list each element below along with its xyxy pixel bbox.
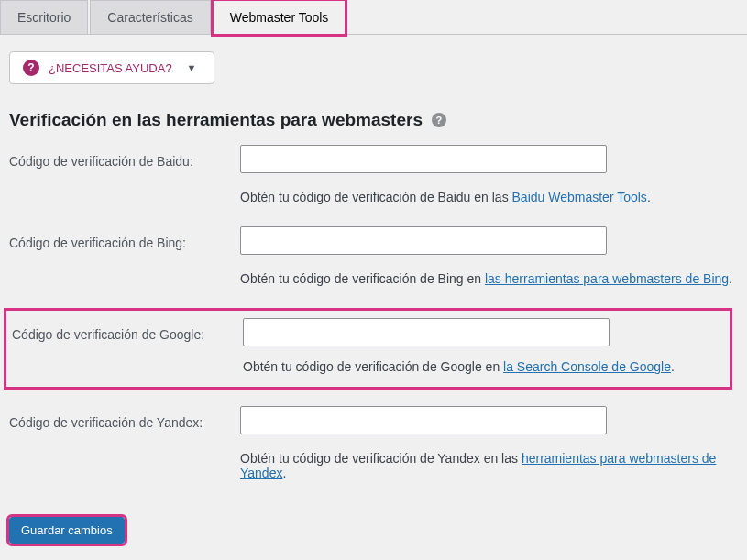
tab-escritorio[interactable]: Escritorio <box>0 0 88 34</box>
label-bing: Código de verificación de Bing: <box>9 226 240 250</box>
row-google: Código de verificación de Google: <box>6 318 730 346</box>
input-baidu[interactable] <box>240 145 607 173</box>
label-baidu: Código de verificación de Baidu: <box>9 145 240 169</box>
save-button[interactable]: Guardar cambios <box>9 517 125 544</box>
tab-bar: Escritorio Características Webmaster Too… <box>0 0 747 35</box>
tab-webmaster-tools[interactable]: Webmaster Tools <box>213 0 346 35</box>
link-bing[interactable]: las herramientas para webmasters de Bing <box>485 271 729 286</box>
row-baidu: Código de verificación de Baidu: <box>9 145 738 173</box>
tab-caracteristicas[interactable]: Características <box>90 0 210 34</box>
row-yandex: Código de verificación de Yandex: <box>9 406 738 434</box>
question-icon: ? <box>23 60 39 76</box>
label-google: Código de verificación de Google: <box>6 318 243 342</box>
hint-baidu: Obtén tu código de verificación de Baidu… <box>240 190 738 204</box>
hint-google: Obtén tu código de verificación de Googl… <box>243 359 730 374</box>
input-google[interactable] <box>243 318 610 346</box>
info-icon[interactable]: ? <box>432 113 446 127</box>
row-bing: Código de verificación de Bing: <box>9 226 738 255</box>
input-yandex[interactable] <box>240 406 607 434</box>
form-table: Código de verificación de Baidu: Obtén t… <box>9 145 738 480</box>
page-title-text: Verificación en las herramientas para we… <box>9 110 423 130</box>
input-bing[interactable] <box>240 226 607 255</box>
highlighted-google-section: Código de verificación de Google: Obtén … <box>4 308 732 390</box>
label-yandex: Código de verificación de Yandex: <box>9 406 240 430</box>
chevron-down-icon: ▼ <box>187 62 197 73</box>
page-title: Verificación en las herramientas para we… <box>9 110 738 130</box>
content-area: ? ¿NECESITAS AYUDA? ▼ Verificación en la… <box>0 35 747 553</box>
hint-bing: Obtén tu código de verificación de Bing … <box>240 271 738 286</box>
hint-yandex: Obtén tu código de verificación de Yande… <box>240 451 738 480</box>
help-button[interactable]: ? ¿NECESITAS AYUDA? ▼ <box>9 51 214 84</box>
help-label: ¿NECESITAS AYUDA? <box>49 61 172 75</box>
link-google[interactable]: la Search Console de Google <box>503 359 671 374</box>
link-baidu[interactable]: Baidu Webmaster Tools <box>512 190 647 204</box>
